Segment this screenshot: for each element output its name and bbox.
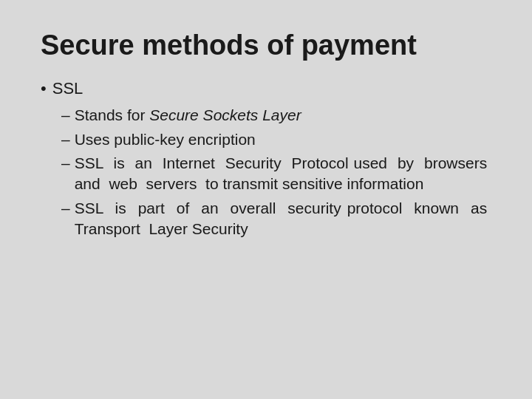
text-transport: SSL is part of an overall security proto… — [75, 198, 491, 240]
slide: Secure methods of payment • SSL – Stands… — [0, 0, 532, 399]
sub-bullet-stands: – Stands for Secure Sockets Layer — [61, 105, 491, 126]
bullet-main-text: SSL — [52, 78, 83, 100]
dash-uses: – — [61, 129, 70, 150]
slide-title: Secure methods of payment — [41, 30, 491, 62]
dash-stands: – — [61, 105, 70, 126]
text-stands: Stands for Secure Sockets Layer — [75, 105, 301, 126]
bullet-main: • SSL — [41, 78, 491, 100]
text-internet: SSL is an Internet Security Protocol use… — [75, 153, 491, 195]
text-uses: Uses public-key encription — [75, 129, 256, 150]
italic-ssl: Secure Sockets Layer — [149, 106, 301, 123]
sub-bullets: – Stands for Secure Sockets Layer – Uses… — [61, 105, 491, 239]
sub-bullet-transport: – SSL is part of an overall security pro… — [61, 198, 491, 240]
bullet-dot: • — [41, 78, 47, 100]
bullet-section: • SSL – Stands for Secure Sockets Layer … — [41, 78, 491, 240]
dash-internet: – — [61, 153, 70, 174]
sub-bullet-internet: – SSL is an Internet Security Protocol u… — [61, 153, 491, 195]
sub-bullet-uses: – Uses public-key encription — [61, 129, 491, 150]
dash-transport: – — [61, 198, 70, 219]
